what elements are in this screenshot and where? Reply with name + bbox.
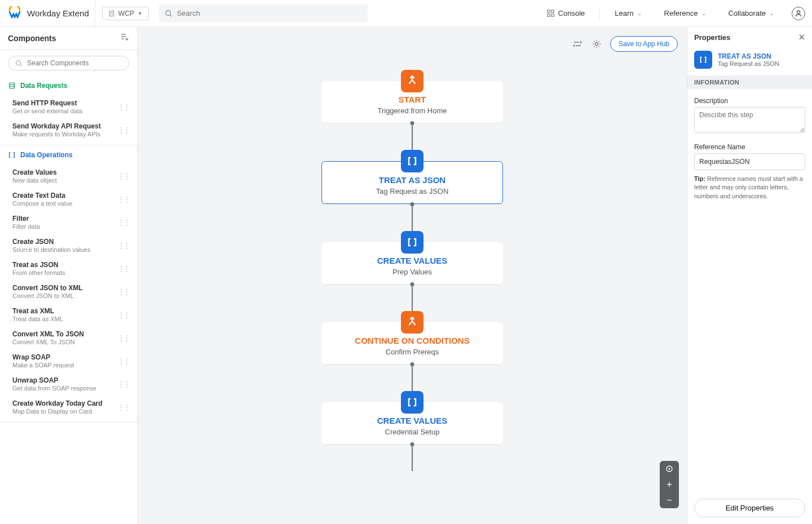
- svg-point-11: [797, 10, 800, 13]
- add-component-icon[interactable]: [120, 33, 129, 44]
- component-subtitle: Source to destination values: [12, 246, 90, 253]
- component-subtitle: Filter data: [12, 223, 40, 230]
- zoom-controls: + −: [660, 461, 679, 508]
- component-item[interactable]: Convert XML To JSONConvert XML To JSON⋮⋮: [0, 326, 137, 349]
- close-icon[interactable]: ✕: [798, 33, 805, 42]
- drag-handle-icon[interactable]: ⋮⋮: [118, 288, 129, 296]
- zoom-in-button[interactable]: +: [660, 477, 679, 492]
- drag-handle-icon[interactable]: ⋮⋮: [118, 219, 129, 227]
- component-item[interactable]: Treat as JSONFrom other formats⋮⋮: [0, 257, 137, 280]
- description-input[interactable]: [694, 107, 805, 133]
- svg-line-13: [20, 64, 21, 65]
- orchestration-canvas[interactable]: Save to App Hub STARTTriggered from Home…: [138, 27, 687, 524]
- tenant-selector[interactable]: WCP ▼: [102, 7, 149, 20]
- building-icon: [108, 10, 115, 17]
- component-search-input[interactable]: [27, 59, 122, 67]
- component-search[interactable]: [8, 56, 129, 70]
- edit-properties-button[interactable]: Edit Properties: [694, 499, 805, 517]
- drag-handle-icon[interactable]: ⋮⋮: [118, 403, 129, 411]
- flow-node[interactable]: CREATE VALUESPrep Values: [321, 231, 503, 284]
- brand-title: Workday Extend: [27, 0, 95, 27]
- nav-console[interactable]: Console: [539, 0, 593, 27]
- component-item[interactable]: Wrap SOAPMake a SOAP request⋮⋮: [0, 349, 137, 372]
- category-name: Data Operations: [20, 151, 73, 159]
- flow-node[interactable]: STARTTriggered from Home: [321, 70, 503, 123]
- connector: [412, 123, 413, 150]
- components-sidebar: Components Data RequestsSend HTTP Reques…: [0, 27, 138, 524]
- component-item[interactable]: Create ValuesNew data object⋮⋮: [0, 165, 137, 188]
- save-to-app-hub-button[interactable]: Save to App Hub: [610, 36, 678, 52]
- flow-node[interactable]: CREATE VALUESCredential Setup: [321, 391, 503, 444]
- sidebar-title: Components: [8, 34, 56, 43]
- nav-learn[interactable]: Learn⌄: [607, 0, 649, 27]
- nav-reference[interactable]: Reference⌄: [656, 0, 714, 27]
- svg-rect-2: [112, 12, 113, 12]
- drag-handle-icon[interactable]: ⋮⋮: [118, 265, 129, 273]
- node-subtitle: Triggered from Home: [330, 106, 494, 115]
- nav-collaborate[interactable]: Collaborate⌄: [721, 0, 782, 27]
- reference-name-tip: Tip: Reference names must start with a l…: [694, 175, 805, 201]
- drag-handle-icon[interactable]: ⋮⋮: [118, 357, 129, 365]
- database-icon: [8, 82, 16, 90]
- top-bar: Workday Extend WCP ▼ Console Learn⌄ Refe…: [0, 0, 812, 27]
- brackets-icon: [694, 51, 712, 69]
- properties-section-header: INFORMATION: [687, 76, 812, 89]
- zoom-fit-button[interactable]: [660, 461, 679, 477]
- brackets-icon: [401, 150, 423, 172]
- flow-node[interactable]: TREAT AS JSONTag Request as JSON: [321, 150, 503, 204]
- svg-rect-0: [109, 11, 114, 16]
- drag-handle-icon[interactable]: ⋮⋮: [118, 126, 129, 134]
- drag-handle-icon[interactable]: ⋮⋮: [118, 242, 129, 250]
- chevron-down-icon: ⌄: [701, 10, 706, 16]
- category-header: Data Operations: [0, 145, 137, 165]
- properties-title: Properties: [694, 33, 730, 42]
- component-item[interactable]: FilterFilter data⋮⋮: [0, 211, 137, 234]
- component-item[interactable]: Create JSONSource to destination values⋮…: [0, 234, 137, 257]
- component-item[interactable]: Send Workday API RequestMake requests to…: [0, 118, 137, 141]
- zoom-out-button[interactable]: −: [660, 492, 679, 508]
- global-search[interactable]: [159, 5, 368, 23]
- svg-rect-9: [547, 14, 549, 16]
- component-subtitle: Map Data to Display on Card: [12, 408, 103, 415]
- category-header: Data Requests: [0, 76, 137, 95]
- component-title: Unwrap SOAP: [12, 376, 96, 384]
- drag-handle-icon[interactable]: ⋮⋮: [118, 196, 129, 203]
- properties-panel: Properties ✕ TREAT AS JSON Tag Request a…: [687, 27, 812, 524]
- node-subtitle: Tag Request as JSON: [331, 187, 493, 196]
- drag-handle-icon[interactable]: ⋮⋮: [118, 103, 129, 111]
- toggle-panels-icon[interactable]: [572, 38, 583, 50]
- component-item[interactable]: Create Workday Today CardMap Data to Dis…: [0, 396, 137, 419]
- drag-handle-icon[interactable]: ⋮⋮: [118, 311, 129, 319]
- component-subtitle: Convert JSON to XML: [12, 292, 83, 299]
- component-subtitle: Make a SOAP request: [12, 362, 74, 368]
- component-subtitle: From other formats: [12, 269, 65, 276]
- console-icon: [547, 10, 555, 17]
- component-title: Create Values: [12, 168, 57, 176]
- component-title: Wrap SOAP: [12, 353, 74, 361]
- settings-icon[interactable]: [591, 38, 602, 50]
- svg-rect-8: [551, 10, 553, 12]
- drag-handle-icon[interactable]: ⋮⋮: [118, 380, 129, 388]
- reference-name-label: Reference Name: [694, 143, 805, 151]
- search-icon: [15, 60, 23, 67]
- node-title: CREATE VALUES: [330, 256, 494, 265]
- component-item[interactable]: Unwrap SOAPGet data from SOAP response⋮⋮: [0, 372, 137, 396]
- component-title: Send Workday API Request: [12, 122, 101, 130]
- component-title: Filter: [12, 215, 40, 223]
- svg-rect-3: [111, 14, 111, 14]
- component-subtitle: Make requests to Workday APIs: [12, 131, 101, 137]
- connector: [412, 204, 413, 231]
- svg-rect-10: [551, 14, 553, 16]
- component-item[interactable]: Treat as XMLTreat data as XML⋮⋮: [0, 303, 137, 326]
- reference-name-input[interactable]: [694, 153, 805, 170]
- component-item[interactable]: Create Text DataCompose a text value⋮⋮: [0, 188, 137, 211]
- drag-handle-icon[interactable]: ⋮⋮: [118, 334, 129, 342]
- component-subtitle: Get data from SOAP response: [12, 385, 96, 392]
- drag-handle-icon[interactable]: ⋮⋮: [118, 172, 129, 180]
- search-input[interactable]: [177, 9, 362, 17]
- component-item[interactable]: Send HTTP RequestGet or send external da…: [0, 95, 137, 118]
- component-item[interactable]: Convert JSON to XMLConvert JSON to XML⋮⋮: [0, 280, 137, 303]
- node-title: START: [330, 95, 494, 104]
- flow-node[interactable]: CONTINUE ON CONDITIONSConfirm Prereqs: [321, 311, 503, 364]
- user-avatar[interactable]: [792, 7, 805, 20]
